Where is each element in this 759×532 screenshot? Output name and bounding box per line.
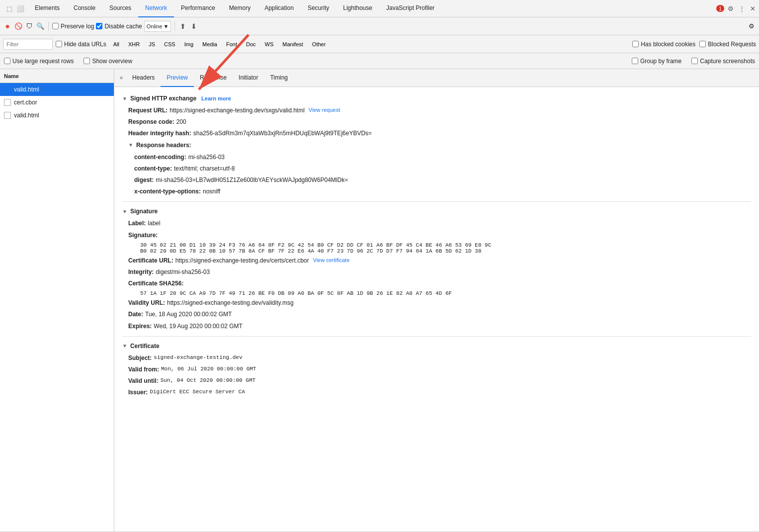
filter-xhr-button[interactable]: XHR — [124, 40, 144, 48]
capture-screenshots-option[interactable]: Capture screenshots — [691, 58, 755, 65]
has-blocked-cookies-label[interactable]: Has blocked cookies — [632, 41, 695, 48]
digest-label: digest: — [134, 176, 154, 185]
triangle-icon-3: ▼ — [122, 209, 127, 214]
file-list: Name valid.html cert.cbor valid.html — [0, 69, 114, 532]
preserve-log-checkbox[interactable] — [52, 23, 59, 29]
hide-data-urls-label[interactable]: Hide data URLs — [56, 41, 106, 48]
preserve-log-label[interactable]: Preserve log — [52, 23, 94, 30]
sub-tab-timing[interactable]: Timing — [264, 69, 294, 87]
sub-tab-response[interactable]: Response — [194, 69, 233, 87]
tab-elements[interactable]: Elements — [28, 0, 67, 17]
export-har-button[interactable]: ⬇ — [189, 22, 198, 31]
filter-manifest-button[interactable]: Manifest — [278, 40, 307, 48]
subject-label: Subject: — [128, 354, 152, 363]
certificate-section-title: Certificate — [130, 343, 160, 350]
tab-lighthouse[interactable]: Lighthouse — [336, 0, 379, 17]
blocked-requests-label[interactable]: Blocked Requests — [699, 41, 756, 48]
file-item-valid-html-selected[interactable]: valid.html — [0, 83, 114, 96]
network-throttle-select[interactable]: Online ▼ — [144, 21, 171, 32]
subject-row: Subject: signed-exchange-testing.dev — [122, 353, 751, 364]
search-button[interactable]: 🔍 — [36, 22, 45, 31]
record-button[interactable]: ● — [3, 22, 12, 31]
sig-label-row: Label: label — [122, 218, 751, 229]
certificate-section-header: ▼ Certificate — [122, 341, 751, 353]
triangle-icon-1: ▼ — [122, 96, 127, 101]
tab-js-profiler[interactable]: JavaScript Profiler — [379, 0, 441, 17]
file-item-cert-cbor[interactable]: cert.cbor — [0, 96, 114, 109]
show-overview-checkbox[interactable] — [84, 58, 90, 64]
learn-more-link[interactable]: Learn more — [201, 95, 231, 101]
more-options-icon[interactable]: ⋮ — [737, 4, 746, 13]
issuer-value: DigiCert ECC Secure Server CA — [150, 388, 245, 397]
show-overview-option[interactable]: Show overview — [84, 58, 132, 65]
request-url-row: Request URL: https://signed-exchange-tes… — [122, 105, 751, 116]
capture-screenshots-checkbox[interactable] — [691, 58, 698, 64]
valid-until-value: Sun, 04 Oct 2020 00:00:00 GMT — [161, 376, 255, 386]
filter-toggle-button[interactable]: ⛉ — [25, 22, 34, 31]
valid-from-label: Valid from: — [128, 365, 159, 374]
triangle-icon-4: ▼ — [122, 343, 127, 349]
filter-css-button[interactable]: CSS — [160, 40, 179, 48]
expires-row: Expires: Wed, 19 Aug 2020 00:00:02 GMT — [122, 321, 751, 332]
filter-doc-button[interactable]: Doc — [242, 40, 260, 48]
tab-bar-right: 1 ⚙ ⋮ ✕ — [716, 4, 757, 13]
detail-panel: × Headers Preview Response Initiator Tim… — [114, 69, 759, 532]
expires-label: Expires: — [128, 322, 152, 331]
filter-js-button[interactable]: JS — [145, 40, 159, 48]
tab-sources[interactable]: Sources — [102, 0, 138, 17]
device-icon[interactable]: ⬜ — [16, 4, 25, 13]
clear-button[interactable]: 🚫 — [14, 22, 23, 31]
blocked-requests-checkbox[interactable] — [699, 41, 706, 47]
header-integrity-label: Header integrity hash: — [128, 129, 191, 138]
response-headers-header: ▼ Response headers: — [128, 140, 751, 152]
group-by-frame-option[interactable]: Group by frame — [632, 58, 681, 65]
disable-cache-label[interactable]: Disable cache — [96, 23, 142, 30]
view-request-link[interactable]: View request — [309, 106, 340, 115]
inspect-icon[interactable]: ⬚ — [5, 4, 14, 13]
sub-tab-headers[interactable]: Headers — [126, 69, 161, 87]
has-blocked-cookies-checkbox[interactable] — [632, 41, 639, 47]
filter-font-button[interactable]: Font — [222, 40, 241, 48]
filter-all-button[interactable]: All — [109, 40, 123, 48]
tab-console[interactable]: Console — [67, 0, 102, 17]
filter-media-button[interactable]: Media — [198, 40, 221, 48]
sig-block-1: 30 45 02 21 00 D1 10 39 24 F3 76 A6 64 8… — [122, 242, 751, 254]
encoding-label: content-encoding: — [134, 153, 186, 162]
sub-tab-initiator[interactable]: Initiator — [233, 69, 264, 87]
filter-img-button[interactable]: Img — [180, 40, 197, 48]
error-badge: 1 — [716, 5, 724, 12]
import-har-button[interactable]: ⬆ — [178, 22, 187, 31]
dock-settings-button[interactable]: ⚙ — [747, 22, 756, 31]
filter-ws-button[interactable]: WS — [261, 40, 278, 48]
content-type-label: content-type: — [134, 164, 172, 174]
sub-tab-preview[interactable]: Preview — [161, 69, 194, 87]
response-headers-section: ▼ Response headers: content-encoding: mi… — [128, 140, 751, 198]
filter-other-button[interactable]: Other — [308, 40, 330, 48]
cert-sha256-row: Certificate SHA256: — [122, 278, 751, 289]
integrity-value: digest/mi-sha256-03 — [156, 267, 210, 277]
file-item-valid-html-2[interactable]: valid.html — [0, 109, 114, 122]
validity-url-row: Validity URL: https://signed-exchange-te… — [122, 297, 751, 309]
tab-network[interactable]: Network — [138, 0, 174, 17]
filter-input[interactable] — [3, 39, 53, 50]
settings-icon[interactable]: ⚙ — [726, 4, 735, 13]
validity-url-value: https://signed-exchange-testing.dev/vali… — [167, 298, 294, 308]
close-devtools-icon[interactable]: ✕ — [748, 4, 757, 13]
hide-data-urls-checkbox[interactable] — [56, 41, 62, 47]
cert-url-value: https://signed-exchange-testing.dev/cert… — [175, 256, 309, 266]
file-icon-3 — [4, 112, 11, 119]
large-rows-checkbox[interactable] — [4, 58, 10, 64]
tab-application[interactable]: Application — [257, 0, 301, 17]
sub-tab-close-button[interactable]: × — [116, 73, 126, 83]
sub-tabs: × Headers Preview Response Initiator Tim… — [114, 69, 759, 87]
sig-block-2: 57 1A 1F 20 9C CA A9 7D 7F 49 71 26 BE F… — [122, 290, 751, 296]
network-toolbar: ● 🚫 ⛉ 🔍 Preserve log Disable cache Onlin… — [0, 17, 759, 35]
tab-performance[interactable]: Performance — [174, 0, 222, 17]
header-integrity-value: sha256-aSdRm3m7qXtaWb3xjRn5mHDUqEbWAj9t9… — [193, 129, 372, 138]
group-by-frame-checkbox[interactable] — [632, 58, 638, 64]
view-certificate-link[interactable]: View certificate — [313, 256, 350, 266]
disable-cache-checkbox[interactable] — [96, 23, 102, 29]
large-rows-option[interactable]: Use large request rows — [4, 58, 74, 65]
tab-security[interactable]: Security — [301, 0, 336, 17]
tab-memory[interactable]: Memory — [222, 0, 257, 17]
